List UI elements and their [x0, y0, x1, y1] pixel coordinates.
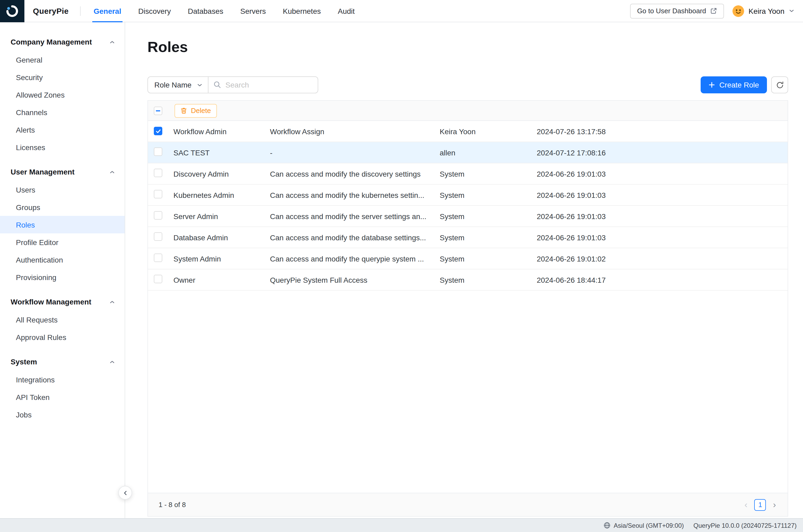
top-navigation: QueryPie GeneralDiscoveryDatabasesServer…: [0, 0, 803, 22]
role-creator: System: [440, 276, 537, 284]
role-name: SAC TEST: [173, 148, 270, 157]
row-checkbox-cell: [148, 211, 173, 221]
role-name: System Admin: [173, 254, 270, 263]
table-empty-space: [148, 291, 788, 493]
sidebar-section-title: System: [11, 358, 37, 366]
role-creator: System: [440, 169, 537, 178]
row-checkbox[interactable]: [154, 253, 162, 262]
sidebar-item-api-token[interactable]: API Token: [0, 388, 125, 406]
topnav-item-general[interactable]: General: [85, 0, 130, 22]
row-checkbox[interactable]: [154, 275, 162, 283]
role-updated: 2024-06-26 19:01:03: [537, 233, 788, 242]
row-checkbox-cell: [148, 232, 173, 242]
sidebar-item-groups[interactable]: Groups: [0, 198, 125, 216]
role-updated: 2024-07-26 13:17:58: [537, 127, 788, 135]
go-to-user-dashboard-button[interactable]: Go to User Dashboard: [630, 3, 724, 18]
pagination: 1 - 8 of 8 ‹ 1 ›: [148, 493, 788, 516]
sidebar-item-all-requests[interactable]: All Requests: [0, 311, 125, 328]
brand-name: QueryPie: [33, 6, 69, 15]
querypie-logo[interactable]: [0, 0, 24, 22]
row-checkbox[interactable]: [154, 211, 162, 220]
sidebar-section-items: All RequestsApproval Rules: [0, 311, 125, 346]
create-role-button[interactable]: Create Role: [701, 76, 767, 93]
delete-button-label: Delete: [191, 107, 211, 115]
sidebar-item-profile-editor[interactable]: Profile Editor: [0, 233, 125, 251]
table-row[interactable]: System Admin Can access and modify the q…: [148, 248, 788, 269]
sidebar-section-header[interactable]: Company Management: [0, 33, 125, 51]
pagination-prev-button[interactable]: ‹: [743, 500, 748, 509]
role-description: Can access and modify the database setti…: [270, 233, 440, 242]
topnav-item-servers[interactable]: Servers: [232, 0, 274, 22]
sidebar-item-security[interactable]: Security: [0, 69, 125, 86]
sidebar-item-alerts[interactable]: Alerts: [0, 121, 125, 138]
sidebar-item-provisioning[interactable]: Provisioning: [0, 268, 125, 286]
role-creator: System: [440, 254, 537, 263]
refresh-button[interactable]: [771, 76, 788, 93]
role-name: Discovery Admin: [173, 169, 270, 178]
sidebar-item-allowed-zones[interactable]: Allowed Zones: [0, 86, 125, 103]
role-creator: System: [440, 212, 537, 221]
roles-table: Delete Workflow Admin Workflow Assign Ke…: [148, 100, 788, 517]
role-updated: 2024-06-26 19:01:02: [537, 254, 788, 263]
sidebar-item-jobs[interactable]: Jobs: [0, 406, 125, 423]
sidebar-section-header[interactable]: Workflow Management: [0, 293, 125, 311]
table-body: Workflow Admin Workflow Assign Keira Yoo…: [148, 121, 788, 291]
topnav-item-kubernetes[interactable]: Kubernetes: [274, 0, 329, 22]
sidebar-item-licenses[interactable]: Licenses: [0, 138, 125, 156]
topnav-item-discovery[interactable]: Discovery: [130, 0, 179, 22]
sidebar-collapse-button[interactable]: [118, 486, 132, 500]
sidebar-item-approval-rules[interactable]: Approval Rules: [0, 328, 125, 346]
search-input[interactable]: [208, 76, 318, 93]
page-title: Roles: [148, 38, 788, 56]
external-link-icon: [710, 7, 718, 14]
role-name: Database Admin: [173, 233, 270, 242]
row-checkbox[interactable]: [154, 232, 162, 241]
search-field-selector[interactable]: Role Name: [148, 76, 208, 93]
sidebar-item-users[interactable]: Users: [0, 181, 125, 198]
topnav-item-label: Databases: [188, 7, 223, 15]
row-checkbox-cell: [148, 169, 173, 179]
role-description: Can access and modify the kubernetes set…: [270, 191, 440, 199]
row-checkbox[interactable]: [154, 169, 162, 177]
table-row[interactable]: Discovery Admin Can access and modify th…: [148, 163, 788, 185]
sidebar-section-header[interactable]: User Management: [0, 163, 125, 181]
table-row[interactable]: Workflow Admin Workflow Assign Keira Yoo…: [148, 121, 788, 142]
search-field-label: Role Name: [154, 81, 191, 89]
app-window: QueryPie GeneralDiscoveryDatabasesServer…: [0, 0, 803, 532]
chevron-up-icon: [109, 299, 115, 305]
role-creator: System: [440, 191, 537, 199]
topnav-item-audit[interactable]: Audit: [329, 0, 363, 22]
sidebar-sections: Company Management GeneralSecurityAllowe…: [0, 33, 125, 423]
role-name: Workflow Admin: [173, 127, 270, 135]
user-menu[interactable]: Keira Yoon: [733, 5, 795, 17]
sidebar-section-title: User Management: [11, 168, 75, 176]
timezone-text: Asia/Seoul (GMT+09:00): [614, 522, 684, 529]
table-row[interactable]: Kubernetes Admin Can access and modify t…: [148, 185, 788, 206]
avatar: [733, 5, 744, 17]
sidebar-item-channels[interactable]: Channels: [0, 103, 125, 121]
sidebar-item-general[interactable]: General: [0, 51, 125, 69]
table-row[interactable]: Owner QueryPie System Full Access System…: [148, 269, 788, 291]
pagination-page-button[interactable]: 1: [754, 499, 766, 511]
row-checkbox[interactable]: [154, 148, 162, 156]
body-row: Company Management GeneralSecurityAllowe…: [0, 22, 803, 518]
timezone-status: Asia/Seoul (GMT+09:00): [604, 522, 684, 529]
select-all-checkbox[interactable]: [154, 106, 162, 115]
pagination-next-button[interactable]: ›: [772, 500, 777, 509]
row-checkbox[interactable]: [154, 127, 162, 135]
sidebar-section-header[interactable]: System: [0, 353, 125, 371]
sidebar-item-roles[interactable]: Roles: [0, 216, 125, 233]
table-row[interactable]: SAC TEST - allen 2024-07-12 17:08:16: [148, 142, 788, 163]
role-creator: Keira Yoon: [440, 127, 537, 135]
sidebar-item-authentication[interactable]: Authentication: [0, 251, 125, 268]
role-description: Workflow Assign: [270, 127, 440, 135]
table-row[interactable]: Database Admin Can access and modify the…: [148, 227, 788, 248]
row-checkbox[interactable]: [154, 190, 162, 198]
table-row[interactable]: Server Admin Can access and modify the s…: [148, 206, 788, 227]
refresh-icon: [776, 81, 784, 89]
sidebar-item-integrations[interactable]: Integrations: [0, 371, 125, 388]
role-updated: 2024-07-12 17:08:16: [537, 148, 788, 157]
topnav-item-databases[interactable]: Databases: [179, 0, 232, 22]
delete-button[interactable]: Delete: [174, 104, 217, 117]
pager: ‹ 1 ›: [743, 499, 777, 511]
